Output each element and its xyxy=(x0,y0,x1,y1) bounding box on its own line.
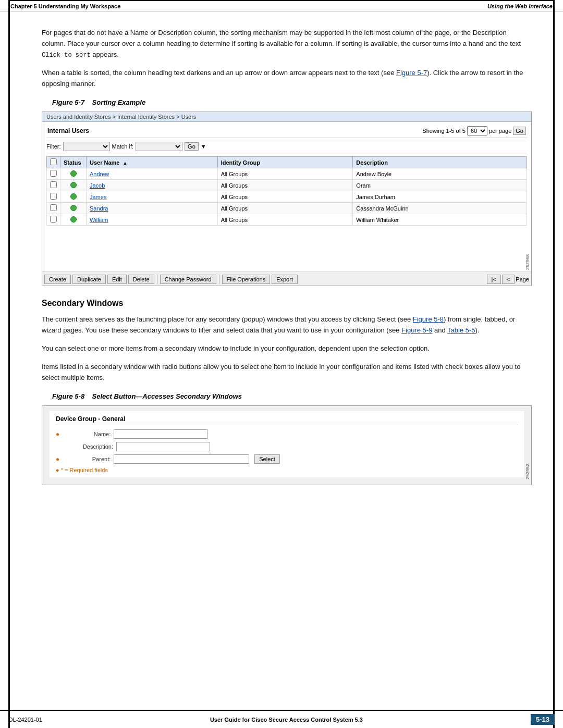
para2: When a table is sorted, the column headi… xyxy=(42,68,532,90)
filter-arrow: ▼ xyxy=(201,143,206,150)
row-checkbox[interactable] xyxy=(50,216,57,223)
user-link[interactable]: James xyxy=(90,194,106,200)
fig7-number: 252968 xyxy=(525,254,530,270)
per-page-select[interactable]: 60 xyxy=(467,126,487,135)
row-status-cell xyxy=(60,214,87,226)
row-checkbox[interactable] xyxy=(50,170,57,177)
page-label: Page xyxy=(516,276,529,282)
figure7-caption: Figure 5-7 Sorting Example xyxy=(42,98,532,106)
col-description: Description xyxy=(353,157,527,168)
figure8-box: Device Group - General ● Name: Descripti… xyxy=(42,405,532,485)
fig8-name-row: ● Name: xyxy=(56,429,518,439)
btn-sep1 xyxy=(157,275,157,284)
edit-button[interactable]: Edit xyxy=(107,275,127,284)
figure5-7-link[interactable]: Figure 5-7 xyxy=(396,69,427,77)
select-button[interactable]: Select xyxy=(254,454,280,464)
row-group-cell: All Groups xyxy=(217,203,353,214)
row-desc-cell: James Durham xyxy=(353,191,527,203)
footer-doc-num: OL-24201-01 xyxy=(8,717,42,723)
fig8-desc-row: Description: xyxy=(56,442,518,451)
page-number: 5-13 xyxy=(531,714,555,725)
delete-button[interactable]: Delete xyxy=(128,275,154,284)
row-checkbox-cell xyxy=(47,203,60,214)
col-username[interactable]: User Name ▲ xyxy=(87,157,218,168)
row-checkbox-cell xyxy=(47,214,60,226)
name-input[interactable] xyxy=(114,429,207,439)
prev-page-button[interactable]: < xyxy=(502,275,515,284)
btn-sep2 xyxy=(219,275,219,284)
fig7-showing: Showing 1-5 of 5 60 per page Go xyxy=(422,126,526,135)
row-username-cell: James xyxy=(87,191,218,203)
name-required-icon: ● xyxy=(56,430,59,438)
page-header: Chapter 5 Understanding My Workspace Usi… xyxy=(0,1,563,12)
sort-arrow: ▲ xyxy=(123,161,128,166)
row-username-cell: Sandra xyxy=(87,203,218,214)
row-username-cell: William xyxy=(87,214,218,226)
row-group-cell: All Groups xyxy=(217,168,353,180)
table-row: SandraAll GroupsCassandra McGuinn xyxy=(47,203,527,214)
row-checkbox-cell xyxy=(47,191,60,203)
filter-select[interactable] xyxy=(63,142,110,151)
figure8-caption: Figure 5-8 Select Button—Accesses Second… xyxy=(42,392,532,400)
status-dot xyxy=(70,182,77,188)
go-button[interactable]: Go xyxy=(513,127,526,135)
fig7-buttons: Create Duplicate Edit Delete Change Pass… xyxy=(42,272,531,286)
table-spacer xyxy=(46,226,527,267)
status-dot xyxy=(70,216,77,223)
desc-input[interactable] xyxy=(116,442,210,451)
figure5-8-link[interactable]: Figure 5-8 xyxy=(413,315,444,323)
chapter-label: Chapter 5 Understanding My Workspace xyxy=(10,3,120,9)
col-status: Status xyxy=(60,157,87,168)
fig8-parent-row: ● Parent: All Locations Select xyxy=(56,454,518,464)
secondary-para2: You can select one or more items from a … xyxy=(42,343,532,354)
row-checkbox-cell xyxy=(47,180,60,191)
user-link[interactable]: Jacob xyxy=(90,182,105,189)
fig7-breadcrumb: Users and Identity Stores > Internal Ide… xyxy=(42,112,531,122)
row-status-cell xyxy=(60,180,87,191)
create-button[interactable]: Create xyxy=(44,275,71,284)
left-margin-bar xyxy=(8,0,10,728)
parent-input[interactable]: All Locations xyxy=(114,454,249,464)
users-table: Status User Name ▲ Identity Group Descri… xyxy=(46,156,527,226)
filter-go-button[interactable]: Go xyxy=(185,142,199,151)
secondary-para3: Items listed in a secondary window with … xyxy=(42,362,532,384)
select-all-checkbox[interactable] xyxy=(50,158,57,165)
col-identity-group: Identity Group xyxy=(217,157,353,168)
file-operations-button[interactable]: File Operations xyxy=(222,275,271,284)
table5-5-link[interactable]: Table 5-5 xyxy=(447,326,475,334)
req-fields-note: ● * = Required fields xyxy=(56,467,518,473)
table-row: JamesAll GroupsJames Durham xyxy=(47,191,527,203)
internal-users-title: Internal Users xyxy=(47,127,89,134)
row-group-cell: All Groups xyxy=(217,191,353,203)
user-link[interactable]: Sandra xyxy=(90,205,108,212)
row-checkbox[interactable] xyxy=(50,181,57,188)
row-desc-cell: Cassandra McGuinn xyxy=(353,203,527,214)
table-row: WilliamAll GroupsWilliam Whitaker xyxy=(47,214,527,226)
user-link[interactable]: Andrew xyxy=(90,171,109,177)
figure5-9-link[interactable]: Figure 5-9 xyxy=(401,326,432,334)
match-if-label: Match if: xyxy=(112,143,134,150)
row-checkbox-cell xyxy=(47,168,60,180)
row-desc-cell: Andrew Boyle xyxy=(353,168,527,180)
para1: For pages that do not have a Name or Des… xyxy=(42,28,532,60)
change-password-button[interactable]: Change Password xyxy=(160,275,216,284)
main-content: For pages that do not have a Name or Des… xyxy=(0,15,563,508)
filter-row: Filter: Match if: Go ▼ xyxy=(46,140,527,154)
parent-required-icon: ● xyxy=(56,455,59,463)
figure7-box: Users and Identity Stores > Internal Ide… xyxy=(42,112,532,286)
user-link[interactable]: William xyxy=(90,217,108,223)
row-desc-cell: Oram xyxy=(353,180,527,191)
export-button[interactable]: Export xyxy=(272,275,298,284)
match-if-select[interactable] xyxy=(136,142,182,151)
row-checkbox[interactable] xyxy=(50,193,57,200)
first-page-button[interactable]: |< xyxy=(487,275,501,284)
row-username-cell: Andrew xyxy=(87,168,218,180)
duplicate-button[interactable]: Duplicate xyxy=(72,275,106,284)
footer-title: User Guide for Cisco Secure Access Contr… xyxy=(210,717,363,723)
table-row: JacobAll GroupsOram xyxy=(47,180,527,191)
status-dot xyxy=(70,205,77,211)
row-username-cell: Jacob xyxy=(87,180,218,191)
right-margin-bar xyxy=(553,0,555,728)
secondary-windows-heading: Secondary Windows xyxy=(42,299,532,308)
row-checkbox[interactable] xyxy=(50,204,57,211)
